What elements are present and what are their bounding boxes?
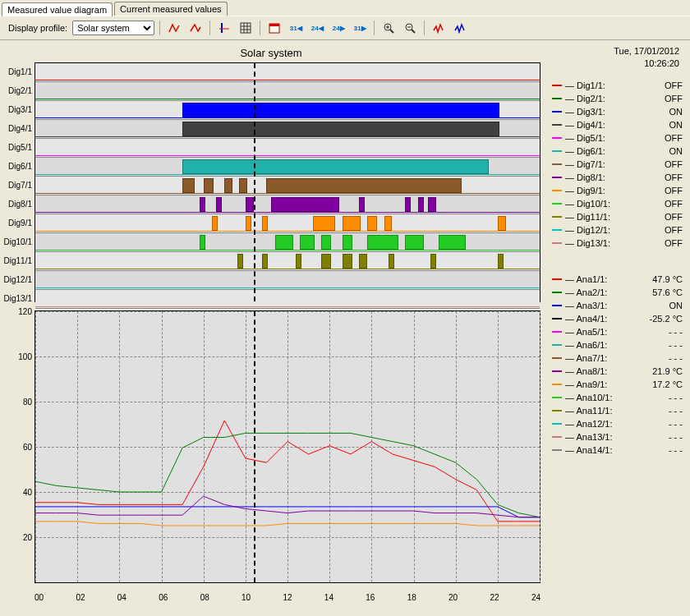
legend-row: — Ana11/1:- - - bbox=[552, 404, 683, 417]
legend-row: — Dig10/1:OFF bbox=[552, 197, 683, 210]
legend-row: — Ana7/1:- - - bbox=[552, 352, 683, 365]
dig-row-label: Dig12/1 bbox=[2, 275, 32, 284]
separator bbox=[159, 21, 160, 35]
legend-row: — Dig5/1:OFF bbox=[552, 131, 683, 145]
curve-next-icon[interactable] bbox=[186, 19, 205, 37]
legend-row: — Ana9/1:17.2 °C bbox=[552, 378, 683, 391]
legend-row: — Ana10/1:- - - bbox=[552, 391, 683, 404]
profile-select[interactable]: Solar system bbox=[72, 21, 154, 35]
tab-diagram[interactable]: Measured value diagram bbox=[2, 2, 113, 16]
dig-row: Dig6/1 bbox=[35, 158, 540, 177]
legend-row: — Ana5/1:- - - bbox=[552, 325, 683, 338]
dig-row: Dig1/1 bbox=[35, 63, 540, 82]
date-text: Tue, 17/01/2012 bbox=[552, 45, 679, 57]
dig-row-label: Dig9/1 bbox=[2, 218, 32, 228]
separator bbox=[209, 21, 210, 35]
legend-row: — Dig1/1:OFF bbox=[552, 79, 683, 92]
legend-row: — Dig7/1:OFF bbox=[552, 158, 683, 171]
separator bbox=[260, 21, 260, 35]
svg-line-10 bbox=[390, 30, 393, 33]
dig-row: Dig2/1 bbox=[35, 82, 540, 101]
tab-current-values[interactable]: Current measured values bbox=[114, 2, 228, 16]
signal-blue-icon[interactable] bbox=[451, 19, 469, 37]
legend-row: — Dig3/1:ON bbox=[552, 105, 683, 118]
analog-chart[interactable]: 20406080100120 bbox=[34, 310, 540, 583]
legend-row: — Dig9/1:OFF bbox=[552, 184, 683, 197]
legend-row: — Dig13/1:OFF bbox=[552, 237, 683, 250]
dig-row-label: Dig5/1 bbox=[2, 143, 32, 152]
svg-line-14 bbox=[412, 30, 415, 33]
dig-row: Dig9/1 bbox=[35, 214, 540, 233]
range-31b-icon[interactable]: 31▶ bbox=[351, 19, 369, 37]
dig-row: Dig3/1 bbox=[35, 101, 540, 120]
dig-row-label: Dig3/1 bbox=[2, 105, 32, 114]
chart-title: Solar system bbox=[2, 42, 540, 62]
range-31f-icon[interactable]: 31◀ bbox=[287, 19, 305, 37]
dig-row: Dig4/1 bbox=[35, 120, 540, 139]
zoom-in-icon[interactable] bbox=[380, 19, 398, 37]
analog-legend: — Ana1/1:47.9 °C— Ana2/1:57.6 °C— Ana3/1… bbox=[544, 268, 688, 462]
dig-row-label: Dig2/1 bbox=[2, 86, 32, 95]
dig-row: Dig10/1 bbox=[35, 233, 540, 252]
signal-red-icon[interactable] bbox=[430, 19, 448, 37]
curve-prev-icon[interactable] bbox=[165, 19, 183, 37]
toolbar: Display profile: Solar system 31◀ 24◀ 24… bbox=[0, 16, 690, 40]
legend-row: — Dig8/1:OFF bbox=[552, 171, 683, 184]
legend-row: — Dig6/1:ON bbox=[552, 145, 683, 158]
svg-rect-8 bbox=[269, 24, 279, 26]
legend-row: — Ana13/1:- - - bbox=[552, 430, 683, 444]
calendar-icon[interactable] bbox=[265, 19, 283, 37]
time-text: 10:26:20 bbox=[552, 57, 679, 70]
legend-row: — Dig2/1:OFF bbox=[552, 92, 683, 105]
analog-x-axis: 00020406081012141618202224 bbox=[34, 591, 540, 607]
legend-row: — Dig11/1:OFF bbox=[552, 210, 683, 223]
dig-row: Dig7/1 bbox=[35, 177, 540, 195]
dig-row-label: Dig4/1 bbox=[2, 124, 32, 133]
legend-row: — Ana8/1:21.9 °C bbox=[552, 365, 683, 378]
legend-row: — Ana1/1:47.9 °C bbox=[552, 273, 683, 286]
legend-row: — Ana2/1:57.6 °C bbox=[552, 286, 683, 299]
range-24f-icon[interactable]: 24◀ bbox=[308, 19, 326, 37]
legend-row: — Ana12/1:- - - bbox=[552, 417, 683, 430]
dig-row: Dig12/1 bbox=[35, 271, 540, 290]
timestamp: Tue, 17/01/2012 10:26:20 bbox=[544, 42, 688, 74]
legend-row: — Ana6/1:- - - bbox=[552, 338, 683, 352]
dig-row: Dig5/1 bbox=[35, 139, 540, 158]
dig-row: Dig11/1 bbox=[35, 252, 540, 271]
grid-icon[interactable] bbox=[237, 19, 255, 37]
dig-row-label: Dig8/1 bbox=[2, 200, 32, 209]
dig-row: Dig8/1 bbox=[35, 195, 540, 214]
legend-row: — Ana14/1:- - - bbox=[552, 444, 683, 457]
tabbar: Measured value diagram Current measured … bbox=[0, 0, 690, 16]
dig-row: Dig13/1 bbox=[35, 290, 540, 309]
separator bbox=[374, 21, 375, 35]
cursor-icon[interactable] bbox=[215, 19, 233, 37]
dig-row-label: Dig7/1 bbox=[2, 181, 32, 190]
dig-row-label: Dig11/1 bbox=[2, 256, 32, 265]
profile-label: Display profile: bbox=[8, 23, 67, 33]
zoom-out-icon[interactable] bbox=[401, 19, 419, 37]
dig-row-label: Dig13/1 bbox=[2, 294, 32, 303]
digital-chart[interactable]: Dig1/1Dig2/1Dig3/1Dig4/1Dig5/1Dig6/1Dig7… bbox=[34, 62, 540, 302]
dig-row-label: Dig10/1 bbox=[2, 237, 32, 246]
range-24b-icon[interactable]: 24▶ bbox=[329, 19, 347, 37]
legend-row: — Dig12/1:OFF bbox=[552, 223, 683, 237]
svg-rect-2 bbox=[241, 23, 251, 33]
legend-row: — Ana3/1:ON bbox=[552, 299, 683, 312]
dig-row-label: Dig1/1 bbox=[2, 67, 32, 76]
legend-row: — Dig4/1:ON bbox=[552, 118, 683, 131]
legend-row: — Ana4/1:-25.2 °C bbox=[552, 312, 683, 325]
separator bbox=[424, 21, 425, 35]
digital-legend: — Dig1/1:OFF— Dig2/1:OFF— Dig3/1:ON— Dig… bbox=[544, 74, 688, 255]
dig-row-label: Dig6/1 bbox=[2, 162, 32, 171]
